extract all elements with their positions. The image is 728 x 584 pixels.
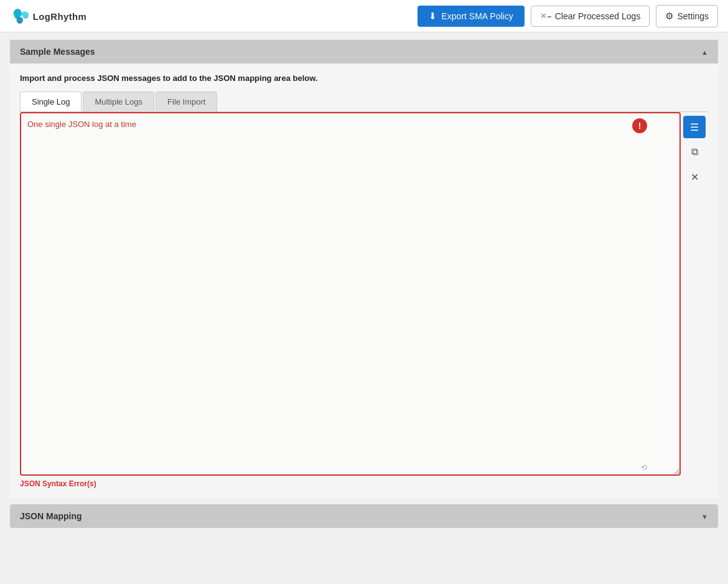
gear-icon: ⚙ (665, 11, 673, 22)
sample-messages-collapse-icon (701, 46, 708, 57)
json-mapping-panel-header[interactable]: JSON Mapping (10, 504, 718, 528)
tab-file-import[interactable]: File Import (156, 92, 217, 111)
clear-logs-icon: ✕ (540, 11, 551, 21)
sample-messages-title: Sample Messages (20, 47, 95, 57)
x-icon: ✕ (691, 171, 699, 183)
settings-button[interactable]: ⚙ Settings (656, 5, 718, 27)
json-mapping-title: JSON Mapping (20, 511, 82, 521)
logrhythm-logo: LogRhythm (10, 6, 97, 27)
textarea-area: One single JSON log at a time ! ⟲ ☰ ⧉ ✕ (20, 112, 708, 476)
main-content: Sample Messages Import and process JSON … (0, 32, 728, 535)
top-bar-right: Export SMA Policy ✕ Clear Processed Logs… (418, 5, 719, 27)
process-log-button[interactable]: ☰ (683, 116, 706, 138)
copy-log-button[interactable]: ⧉ (683, 141, 706, 163)
export-button-label: Export SMA Policy (442, 11, 513, 21)
tabs-container: Single Log Multiple Logs File Import (20, 92, 708, 112)
panel-description: Import and process JSON messages to add … (20, 73, 708, 83)
resize-handle[interactable]: ⟲ (641, 463, 647, 472)
tab-single-log[interactable]: Single Log (20, 92, 82, 111)
copy-icon: ⧉ (691, 146, 698, 158)
json-mapping-expand-icon (701, 511, 708, 522)
error-label: JSON Syntax Error(s) (20, 479, 708, 488)
log-textarea[interactable] (21, 113, 679, 474)
settings-label: Settings (677, 11, 709, 21)
json-mapping-panel: JSON Mapping (10, 504, 718, 528)
clear-logs-label: Clear Processed Logs (555, 11, 641, 21)
top-bar: LogRhythm Export SMA Policy ✕ Clear Proc… (0, 0, 728, 32)
tab-multiple-logs[interactable]: Multiple Logs (83, 92, 154, 111)
svg-text:LogRhythm: LogRhythm (33, 12, 86, 22)
list-icon: ☰ (690, 121, 699, 133)
clear-processed-logs-button[interactable]: ✕ Clear Processed Logs (531, 6, 650, 27)
clear-log-button[interactable]: ✕ (683, 166, 706, 188)
logo-area: LogRhythm (10, 6, 97, 27)
sample-messages-panel: Sample Messages Import and process JSON … (10, 40, 718, 498)
sample-messages-body: Import and process JSON messages to add … (10, 64, 718, 498)
export-sma-policy-button[interactable]: Export SMA Policy (418, 6, 525, 27)
sample-messages-panel-header[interactable]: Sample Messages (10, 40, 718, 64)
side-buttons: ☰ ⧉ ✕ (681, 112, 708, 192)
download-icon (429, 11, 437, 22)
log-input-wrapper: One single JSON log at a time ! ⟲ (20, 112, 681, 476)
